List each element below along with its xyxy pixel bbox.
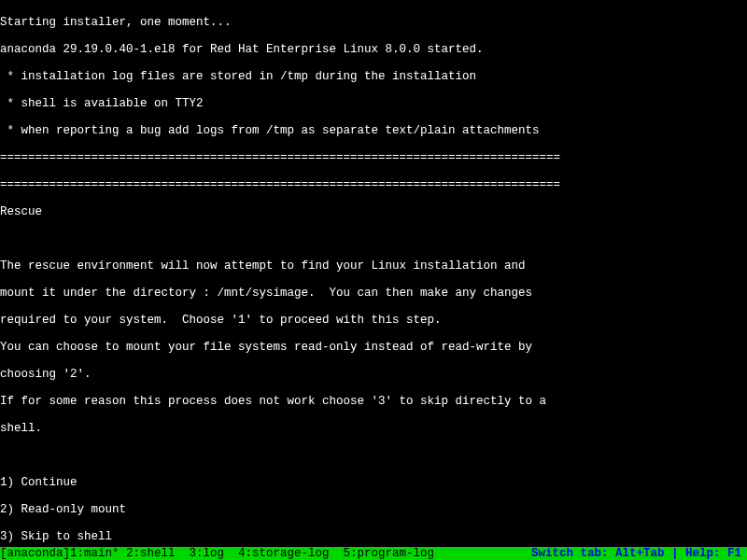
divider: ========================================… [0, 151, 747, 165]
rescue-text: choosing '2'. [0, 368, 747, 382]
menu-option-1[interactable]: 1) Continue [0, 476, 747, 490]
rescue-text: You can choose to mount your file system… [0, 341, 747, 355]
rescue-text: shell. [0, 422, 747, 436]
rescue-text: The rescue environment will now attempt … [0, 259, 747, 273]
section-title: Rescue [0, 205, 747, 219]
divider: ========================================… [0, 178, 747, 192]
blank-line [0, 449, 747, 463]
boot-line: Starting installer, one moment... [0, 16, 747, 30]
rescue-text: required to your system. Choose '1' to p… [0, 314, 747, 328]
terminal-output: Starting installer, one moment... anacon… [0, 0, 747, 560]
blank-line [0, 232, 747, 246]
status-tabs[interactable]: [anaconda]1:main* 2:shell 3:log 4:storag… [0, 547, 531, 560]
status-bar: [anaconda]1:main* 2:shell 3:log 4:storag… [0, 547, 747, 560]
info-line: * installation log files are stored in /… [0, 70, 747, 84]
menu-option-2[interactable]: 2) Read-only mount [0, 503, 747, 517]
status-help: Switch tab: Alt+Tab | Help: F1 [531, 547, 747, 560]
info-line: * when reporting a bug add logs from /tm… [0, 124, 747, 138]
anaconda-version: anaconda 29.19.0.40-1.el8 for Red Hat En… [0, 43, 747, 57]
rescue-text: If for some reason this process does not… [0, 395, 747, 409]
menu-option-3[interactable]: 3) Skip to shell [0, 530, 747, 544]
rescue-text: mount it under the directory : /mnt/sysi… [0, 287, 747, 301]
info-line: * shell is available on TTY2 [0, 97, 747, 111]
